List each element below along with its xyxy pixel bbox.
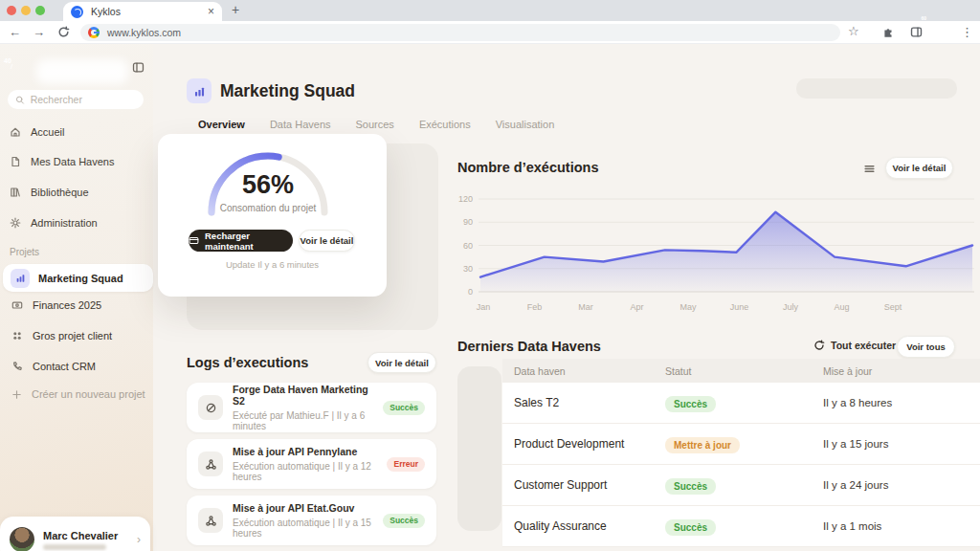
svg-text:90: 90 bbox=[463, 217, 473, 227]
back-icon[interactable]: ← bbox=[9, 25, 21, 40]
search-field[interactable] bbox=[8, 90, 144, 109]
header-placeholder-blurred bbox=[796, 78, 957, 99]
close-tab-icon[interactable]: × bbox=[208, 6, 214, 17]
sidebar-project-contact-crm[interactable]: Contact CRM bbox=[11, 361, 96, 372]
search-icon bbox=[15, 95, 25, 105]
collapse-sidebar-icon[interactable] bbox=[132, 61, 145, 74]
sidebar-project-marketing-squad[interactable]: Marketing Squad bbox=[3, 264, 153, 292]
create-new-project-button[interactable]: Créer un nouveau projet bbox=[11, 388, 145, 400]
traffic-light-minimize[interactable] bbox=[21, 6, 31, 15]
sidebar-item-accueil[interactable]: Accueil bbox=[10, 126, 64, 138]
svg-text:60: 60 bbox=[463, 241, 473, 251]
google-icon bbox=[88, 27, 100, 38]
gauge-label: Consomation du projet bbox=[158, 203, 378, 213]
user-email-blurred bbox=[43, 544, 106, 550]
banknote-icon bbox=[11, 299, 23, 311]
forge-icon bbox=[198, 395, 223, 420]
tab-executions[interactable]: Exécutions bbox=[419, 119, 471, 130]
status-badge: Erreur bbox=[387, 457, 425, 472]
sidebar-item-bibliotheque[interactable]: Bibliothèque bbox=[10, 187, 89, 198]
table-row[interactable]: Product Development Mettre à jour Il y a… bbox=[502, 424, 980, 465]
table-row[interactable]: Quality Assurance Succès Il y a 1 mois bbox=[502, 506, 980, 547]
browser-toolbar: ← → www.kyklos.com ☆ 40 / 60 ⋮ bbox=[0, 21, 980, 44]
status-badge: Succès bbox=[383, 401, 425, 415]
table-header-row: Data haven Statut Mise à jour bbox=[502, 359, 980, 383]
home-icon bbox=[10, 126, 21, 138]
executions-area-chart: 0306090120JanFebMarAprMayJuneJulyAugSept bbox=[457, 191, 976, 316]
url-text: www.kyklos.com bbox=[107, 27, 181, 38]
hamburger-menu-icon[interactable] bbox=[863, 163, 876, 175]
svg-text:Aug: Aug bbox=[834, 302, 849, 312]
file-icon bbox=[10, 156, 21, 167]
run-all-button[interactable]: Tout exécuter bbox=[813, 340, 896, 351]
data-havens-title: Derniers Data Havens bbox=[457, 339, 601, 354]
kebab-menu-icon[interactable]: ⋮ bbox=[961, 25, 973, 40]
user-profile-card[interactable]: Marc Chevalier › bbox=[0, 517, 150, 551]
tab-overview[interactable]: Overview bbox=[198, 119, 245, 130]
screen: Kyklos × + ← → www.kyklos.com ☆ 40 / 60 … bbox=[0, 0, 980, 551]
traffic-light-close[interactable] bbox=[7, 6, 16, 15]
sidebar-item-administration[interactable]: Administration bbox=[10, 217, 98, 229]
new-tab-icon[interactable]: + bbox=[232, 2, 239, 17]
project-chart-icon bbox=[187, 78, 212, 103]
log-item[interactable]: Mise à jour API Pennylane Exécution auto… bbox=[187, 439, 436, 489]
reload-icon[interactable] bbox=[57, 26, 70, 38]
data-havens-table: Data haven Statut Mise à jour Sales T2 S… bbox=[502, 359, 980, 547]
table-row[interactable]: Sales T2 Succès Il y a 8 heures bbox=[502, 383, 980, 424]
browser-tab[interactable]: Kyklos × bbox=[63, 2, 222, 21]
tab-data-havens[interactable]: Data Havens bbox=[270, 119, 331, 130]
svg-text:Sept: Sept bbox=[884, 302, 902, 312]
svg-text:June: June bbox=[730, 302, 749, 312]
api-icon bbox=[198, 452, 223, 476]
svg-text:July: July bbox=[783, 302, 799, 312]
tab-sources[interactable]: Sources bbox=[356, 119, 394, 130]
svg-text:Apr: Apr bbox=[630, 302, 643, 312]
gauge-detail-button[interactable]: Voir le détail bbox=[299, 230, 355, 252]
svg-text:30: 30 bbox=[463, 264, 473, 274]
address-bar[interactable]: www.kyklos.com bbox=[80, 24, 840, 41]
status-badge: Mettre à jour bbox=[665, 437, 740, 453]
gauge-update-text: Update Il y a 6 minutes bbox=[158, 259, 387, 270]
traffic-light-zoom[interactable] bbox=[35, 6, 45, 15]
chart-detail-button[interactable]: Voir le détail bbox=[885, 157, 953, 179]
log-item[interactable]: Forge Data Haven Marketing S2 Exécuté pa… bbox=[187, 383, 436, 432]
grid-dots-icon bbox=[11, 330, 23, 342]
sidebar-project-gros-projet-client[interactable]: Gros projet client bbox=[11, 330, 112, 342]
bar-chart-icon bbox=[11, 269, 30, 288]
see-all-button[interactable]: Voir tous bbox=[897, 336, 955, 358]
table-row[interactable]: Customer Support Succès Il y a 24 jours bbox=[502, 465, 980, 506]
gauge-value: 56% bbox=[158, 170, 378, 200]
svg-text:0: 0 bbox=[468, 287, 473, 297]
api-icon bbox=[198, 508, 223, 533]
tab-title: Kyklos bbox=[91, 6, 208, 17]
forward-icon[interactable]: → bbox=[33, 25, 45, 40]
user-avatar bbox=[10, 527, 34, 551]
recharge-button[interactable]: Recharger maintenant bbox=[189, 230, 293, 252]
status-badge: Succès bbox=[665, 478, 716, 495]
log-item[interactable]: Mise à jour API Etat.Gouv Exécution auto… bbox=[187, 496, 436, 545]
chevron-right-icon: › bbox=[137, 533, 141, 546]
side-panel-icon[interactable] bbox=[910, 26, 923, 38]
library-icon bbox=[10, 187, 21, 198]
sidebar: 40 / 60 Accueil Mes Data Havens Biblioth… bbox=[0, 44, 153, 551]
status-badge: Succès bbox=[665, 396, 716, 412]
status-badge: Succès bbox=[383, 514, 425, 528]
svg-text:May: May bbox=[679, 302, 697, 312]
page-title: Marketing Squad bbox=[220, 81, 355, 101]
svg-text:120: 120 bbox=[458, 194, 473, 204]
svg-text:Jan: Jan bbox=[477, 302, 491, 312]
consumption-gauge-card: 56% Consomation du projet Recharger main… bbox=[158, 134, 387, 297]
logs-detail-button[interactable]: Voir le détail bbox=[368, 352, 436, 373]
bookmark-star-icon[interactable]: ☆ bbox=[848, 24, 859, 39]
svg-text:Mar: Mar bbox=[578, 302, 593, 312]
tab-visualisation[interactable]: Visualisation bbox=[496, 119, 555, 130]
projects-section-label: Projets bbox=[10, 247, 39, 257]
sidebar-item-mes-data-havens[interactable]: Mes Data Havens bbox=[10, 156, 114, 167]
sidebar-project-finances-2025[interactable]: Finances 2025 bbox=[11, 299, 101, 311]
user-name: Marc Chevalier bbox=[43, 530, 118, 541]
search-input[interactable] bbox=[31, 94, 136, 105]
plus-icon bbox=[11, 389, 22, 400]
executions-chart-title: Nombre d’exécutions bbox=[457, 160, 598, 175]
phone-icon bbox=[11, 361, 23, 372]
extensions-puzzle-icon[interactable] bbox=[882, 26, 895, 38]
